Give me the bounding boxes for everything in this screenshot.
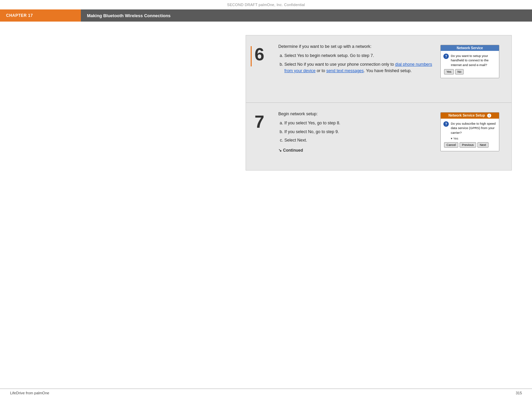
chapter-title: Making Bluetooth Wireless Connections [81, 9, 532, 22]
step-7-block: 7 Begin network setup: If you select Yes… [246, 103, 511, 170]
step-6-item-a: Select Yes to begin network setup. Go to… [284, 53, 435, 59]
footer-right: 315 [516, 391, 522, 395]
continued-label: ↘ Continued [278, 147, 435, 154]
step-6-number-col: 6 [246, 43, 273, 94]
step-6-no-button[interactable]: No [455, 69, 464, 74]
step-7-device: Network Service Setup i ? Do you subscri… [440, 112, 499, 151]
step-6-intro: Determine if you want to be set up with … [278, 43, 435, 50]
steps-container: 6 Determine if you want to be set up wit… [246, 35, 512, 171]
step-6-list: Select Yes to begin network setup. Go to… [278, 53, 435, 74]
continued-text: Continued [283, 147, 303, 154]
step-7-previous-button[interactable]: Previous [460, 142, 476, 148]
step-7-question-icon: ? [443, 121, 449, 127]
step-7-titlebar-text: Network Service Setup [448, 114, 485, 117]
step-7-device-titlebar: Network Service Setup i [441, 113, 499, 119]
step-6-text: Determine if you want to be set up with … [278, 43, 435, 94]
chapter-label: CHAPTER 17 [0, 9, 81, 22]
step-7-device-body: ? Do you subscribe to high speed data se… [441, 119, 499, 151]
step-7-number: 7 [255, 113, 264, 130]
step-6-device-titlebar: Network Service [441, 45, 499, 51]
step-7-device-buttons: Cancel Previous Next [443, 142, 496, 148]
step-6-device-body: ? Do you want to setup your handheld to … [441, 51, 499, 78]
main-content: 6 Determine if you want to be set up wit… [0, 22, 532, 171]
step-7-device-text: Do you subscribe to high speed data serv… [451, 121, 496, 135]
step-7-info-icon: i [487, 114, 491, 118]
link-sms[interactable]: send text messages [326, 68, 364, 73]
step-7-cancel-button[interactable]: Cancel [444, 142, 458, 148]
step-6-device: Network Service ? Do you want to setup y… [440, 45, 499, 78]
footer: LifeDrive from palmOne 315 [0, 389, 532, 397]
step-6-block: 6 Determine if you want to be set up wit… [246, 35, 511, 103]
step-6-body: Determine if you want to be set up with … [273, 43, 505, 94]
step-6-device-buttons: Yes No [443, 69, 496, 74]
step-6-question-icon: ? [443, 54, 449, 59]
step-7-item-c: Select Next. [284, 137, 435, 144]
step-6-item-b: Select No if you want to use your phone … [284, 61, 435, 74]
step-7-number-col: 7 [246, 111, 273, 162]
footer-left: LifeDrive from palmOne [10, 391, 49, 395]
step-7-device-row: ? Do you subscribe to high speed data se… [443, 121, 496, 135]
step-7-text: Begin network setup: If you select Yes, … [278, 111, 435, 162]
chapter-header: CHAPTER 17 Making Bluetooth Wireless Con… [0, 9, 532, 22]
step-7-intro: Begin network setup: [278, 111, 435, 117]
step-6-number: 6 [255, 45, 264, 63]
step-7-item-a: If you select Yes, go to step 8. [284, 120, 435, 126]
step-7-list: If you select Yes, go to step 8. If you … [278, 120, 435, 144]
step-6-yes-button[interactable]: Yes [444, 69, 454, 74]
watermark: SECOND DRAFT palmOne, Inc. Confidential [0, 0, 532, 8]
continued-arrow-icon: ↘ [278, 147, 282, 154]
step-6-device-row: ? Do you want to setup your handheld to … [443, 54, 496, 67]
step-6-device-text: Do you want to setup your handheld to co… [451, 54, 496, 67]
step-7-body: Begin network setup: If you select Yes, … [273, 111, 505, 162]
step-7-next-button[interactable]: Next [477, 142, 489, 148]
step-7-item-b: If you select No, go to step 9. [284, 129, 435, 135]
step-6-marker [251, 46, 252, 66]
step-7-dropdown[interactable]: ▾ Yes [451, 137, 496, 140]
